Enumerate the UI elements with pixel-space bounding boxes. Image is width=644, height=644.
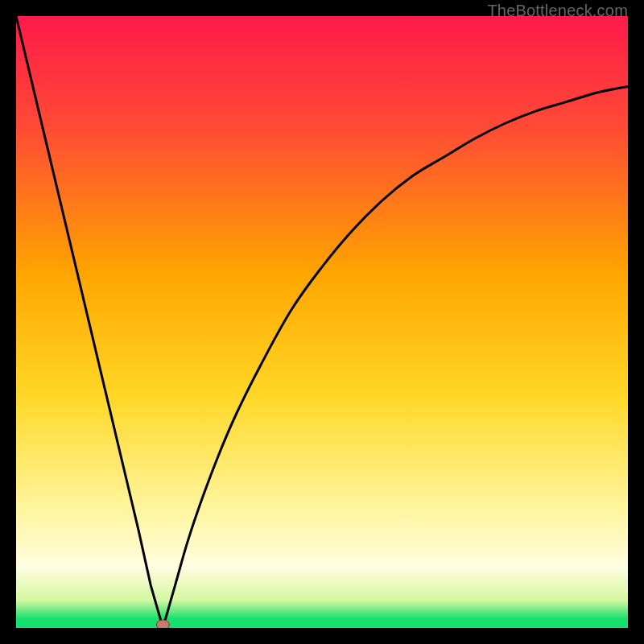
chart-svg (16, 16, 628, 628)
chart-frame (16, 16, 628, 628)
gradient-background (16, 16, 628, 628)
minimum-point-marker (156, 620, 169, 628)
